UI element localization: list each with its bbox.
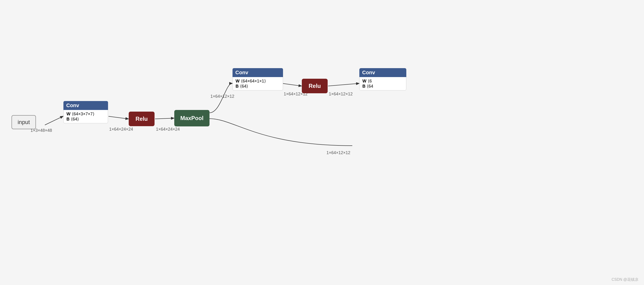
edge-label-input-conv1: 1×3×48×48 — [30, 128, 52, 133]
conv2-node: Conv W ⟨64×64×1×1⟩ B ⟨64⟩ — [232, 68, 283, 90]
edge-label-maxpool-lower: 1×64×12×12 — [326, 150, 350, 155]
conv1-node: Conv W ⟨64×3×7×7⟩ B ⟨64⟩ — [64, 101, 108, 123]
svg-line-2 — [155, 118, 174, 119]
watermark: CSDN @花镇凉 — [612, 277, 638, 282]
svg-line-1 — [108, 116, 128, 119]
svg-line-4 — [328, 84, 359, 86]
edge-label-conv1-relu1: 1×64×24×24 — [109, 127, 133, 132]
conv3-node: Conv W ⟨6 B ⟨64 — [359, 68, 406, 90]
edge-label-relu1-maxpool: 1×64×24×24 — [156, 127, 180, 132]
svg-line-3 — [282, 84, 301, 86]
conv2-body: W ⟨64×64×1×1⟩ B ⟨64⟩ — [232, 77, 283, 90]
maxpool-node: MaxPool — [174, 110, 210, 126]
conv1-body: W ⟨64×3×7×7⟩ B ⟨64⟩ — [64, 110, 108, 123]
edge-label-relu2-conv3: 1×64×12×12 — [329, 92, 353, 96]
conv3-body: W ⟨6 B ⟨64 — [359, 77, 406, 90]
input-node: input — [12, 115, 36, 129]
input-label: input — [18, 119, 30, 125]
conv3-header: Conv — [359, 68, 406, 77]
edge-label-maxpool-conv2: 1×64×12×12 — [210, 94, 234, 99]
conv2-header: Conv — [232, 68, 283, 77]
relu1-node: Relu — [129, 112, 154, 126]
relu2-node: Relu — [302, 79, 328, 93]
conv1-header: Conv — [64, 101, 108, 110]
svg-line-0 — [45, 116, 63, 125]
